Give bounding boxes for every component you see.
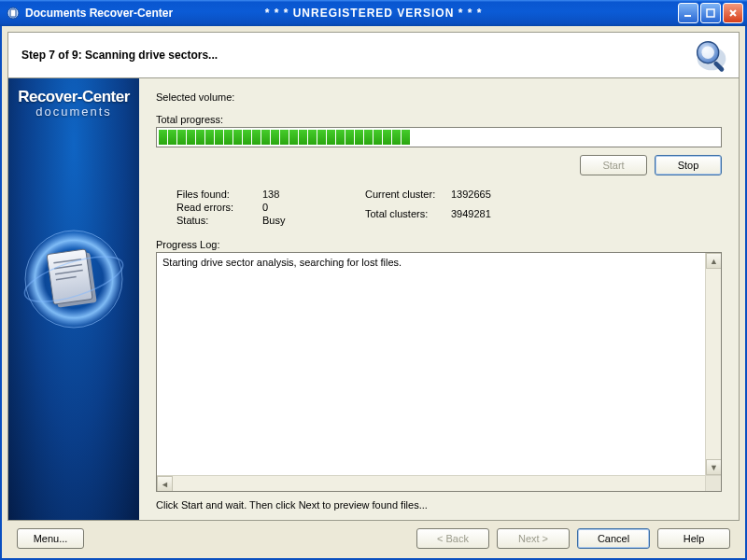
progress-log-label: Progress Log: (156, 239, 722, 250)
stats-col-right: Current cluster: 1392665 Total clusters:… (365, 189, 516, 226)
progress-segment (177, 130, 186, 145)
app-title: Documents Recover-Center (25, 7, 173, 20)
svg-rect-11 (47, 249, 92, 304)
wizard-buttons: < Back Next > Cancel Help (416, 528, 730, 549)
progress-segment (374, 130, 382, 145)
close-button[interactable] (723, 3, 743, 23)
scroll-down-icon[interactable]: ▼ (706, 459, 722, 475)
progress-segment (355, 130, 363, 145)
progress-segment (205, 130, 214, 145)
next-button[interactable]: Next > (497, 528, 570, 549)
progress-segment (280, 130, 289, 145)
stop-button[interactable]: Stop (655, 155, 722, 175)
menu-button[interactable]: Menu... (17, 528, 84, 549)
files-found-label: Files found: (176, 189, 262, 200)
footer: Menu... < Back Next > Cancel Help (7, 526, 740, 553)
scan-buttons: Start Stop (156, 155, 722, 175)
progress-segment (243, 130, 251, 145)
svg-rect-3 (707, 9, 714, 17)
progress-segment (308, 130, 317, 145)
progress-segment (402, 130, 410, 145)
step-text: Step 7 of 9: Scanning drive sectors... (21, 49, 218, 62)
progress-segment (336, 130, 345, 145)
progress-segment (289, 130, 298, 145)
log-horizontal-scrollbar[interactable]: ◄ ► (157, 475, 721, 491)
unregistered-banner: * * * UNREGISTERED VERSION * * * (265, 7, 483, 20)
help-button[interactable]: Help (657, 528, 730, 549)
selected-volume-label: Selected volume: (156, 91, 234, 103)
progress-segment (215, 130, 223, 145)
window-body: Step 7 of 9: Scanning drive sectors... R… (0, 26, 747, 560)
progress-segment (299, 130, 307, 145)
brand-title: Recover-Center (8, 88, 139, 106)
svg-point-6 (701, 46, 713, 58)
progress-segment (196, 130, 204, 145)
progress-segment (383, 130, 391, 145)
progress-segment (261, 130, 270, 145)
total-progress-label: Total progress: (156, 114, 722, 125)
window-controls (678, 3, 743, 23)
log-vertical-scrollbar[interactable]: ▲ ▼ (705, 253, 721, 475)
svg-rect-1 (10, 9, 16, 17)
status-value: Busy (262, 215, 328, 226)
svg-rect-2 (684, 15, 691, 17)
titlebar: Documents Recover-Center * * * UNREGISTE… (0, 0, 747, 26)
progress-segment (364, 130, 373, 145)
documents-icon (18, 223, 130, 335)
read-errors-value: 0 (262, 202, 328, 213)
current-cluster-value: 1392665 (451, 189, 516, 206)
scroll-left-icon[interactable]: ◄ (157, 476, 173, 492)
stats-panel: Files found: 138 Read errors: 0 Status: … (156, 189, 722, 226)
read-errors-label: Read errors: (176, 202, 262, 213)
progress-segment (271, 130, 279, 145)
progress-segment (327, 130, 335, 145)
sidebar: Recover-Center documents (8, 78, 139, 520)
progress-log-text: Starting drive sector analysis, searchin… (162, 257, 402, 268)
minimize-button[interactable] (678, 3, 698, 23)
maximize-button[interactable] (700, 3, 721, 23)
brand-subtitle: documents (8, 105, 139, 119)
progress-segment (317, 130, 326, 145)
progress-segment (252, 130, 261, 145)
scan-icon (690, 35, 733, 77)
files-found-value: 138 (262, 189, 328, 200)
cancel-button[interactable]: Cancel (577, 528, 650, 549)
current-cluster-label: Current cluster: (365, 189, 451, 206)
progress-segment (345, 130, 354, 145)
total-clusters-label: Total clusters: (365, 208, 451, 226)
progress-segment (224, 130, 233, 145)
total-clusters-value: 3949281 (451, 208, 516, 226)
progress-segment (233, 130, 242, 145)
progress-segment (187, 130, 195, 145)
progress-segment (168, 130, 176, 145)
progress-segment (159, 130, 167, 145)
content-pane: Selected volume: Total progress: Start S… (139, 78, 739, 520)
stats-col-left: Files found: 138 Read errors: 0 Status: … (176, 189, 328, 226)
status-label: Status: (176, 215, 262, 226)
start-button[interactable]: Start (580, 155, 647, 175)
progress-segment (392, 130, 401, 145)
scroll-up-icon[interactable]: ▲ (706, 253, 722, 269)
progress-bar (156, 127, 722, 147)
app-icon (6, 6, 21, 21)
progress-log: Starting drive sector analysis, searchin… (156, 252, 722, 492)
scrollbar-corner (705, 475, 721, 491)
wizard-header: Step 7 of 9: Scanning drive sectors... (7, 32, 740, 78)
main-area: Recover-Center documents (7, 78, 740, 521)
hint-text: Click Start and wait. Then click Next to… (156, 499, 722, 511)
back-button[interactable]: < Back (416, 528, 489, 549)
